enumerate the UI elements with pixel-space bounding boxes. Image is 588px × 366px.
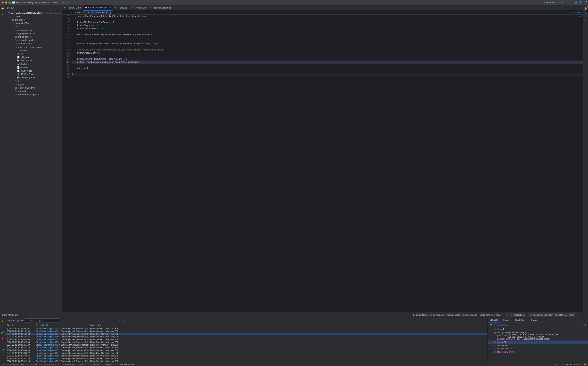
tree-item[interactable]: ⌄🗀frontendreverseproxy (5, 93, 62, 96)
table-row[interactable]: 2024-12-11 14:41:46.427OrderController.j… (5, 336, 487, 338)
tree-item[interactable]: ›🗀frontend (5, 89, 62, 93)
tab-process[interactable]: Process (501, 318, 513, 322)
tree-item[interactable]: ›🗀integrationTests (5, 21, 62, 25)
search-icon[interactable]: 🔍 (580, 1, 582, 4)
table-row[interactable]: 2024-12-11 14:43:25.129OrderController.j… (5, 343, 487, 346)
tree-item[interactable]: 🐘settings.gradle (5, 76, 62, 79)
code-with-me-icon[interactable]: 👤 (575, 1, 577, 4)
dynatrace-icon[interactable]: ◆ (1, 319, 4, 323)
environment-select[interactable]: qcx76851: Live Debugger - Official Inter… (528, 313, 578, 317)
tree-item[interactable]: ›🗀calculationservice (5, 38, 62, 42)
tree-item[interactable]: 📄.gitignore (5, 55, 62, 59)
table-row[interactable]: 2024-12-11 14:36:59.301OrderController.j… (5, 327, 487, 330)
tab-variables[interactable]: Variables (488, 318, 501, 322)
tree-item[interactable]: 🐘build.gradle (5, 59, 62, 62)
tree-item[interactable]: ›🗀.idea (5, 15, 62, 18)
tree-item[interactable]: ›🗀feature-flag-service (5, 86, 62, 89)
variable-row[interactable]: ›▦dbHelper = {INSERT_ORDER_QUERY,UPDATE_… (488, 334, 588, 337)
table-row[interactable]: 2024-12-11 14:42:42.549OrderController.j… (5, 341, 487, 343)
table-row[interactable]: 2024-12-11 14:47:36.927OrderController.j… (5, 352, 487, 354)
table-row[interactable]: 2024-12-11 14:40:10.608OrderController.j… (5, 333, 487, 336)
table-row[interactable]: 2024-12-11 14:39:13.796OrderController.j… (5, 330, 487, 333)
settings-icon[interactable]: ⚙ (584, 1, 586, 4)
table-row[interactable]: 2024-12-11 14:42:02.803OrderController.j… (5, 338, 487, 341)
target-icon[interactable]: ◎ (1, 325, 4, 328)
minimize-window-button[interactable] (5, 1, 7, 4)
tree-item[interactable]: ›🗀gradle (5, 49, 62, 52)
tree-item[interactable]: 📄gradlew.bat (5, 69, 62, 72)
file-encoding[interactable]: UTF-8 (566, 363, 572, 365)
variable-row[interactable]: ⇵lastElement = 116 (488, 344, 588, 347)
bookmark-icon[interactable]: 🔖 (1, 336, 4, 340)
vcs-icon[interactable]: ⎇ (1, 348, 4, 352)
tree-item[interactable]: ⌄🗀src (5, 25, 62, 28)
sticky-code-line[interactable]: public class OrderController { (74, 11, 111, 14)
close-icon[interactable]: × (110, 7, 111, 9)
editor-tab[interactable]: M↓README.md (62, 5, 83, 11)
vcs-dropdown[interactable]: Version control▾ (52, 1, 68, 4)
column-header-breakpoint[interactable]: Breakpoint ⇅ (34, 324, 88, 326)
notifications-icon[interactable]: 🔔 (584, 7, 588, 10)
table-row[interactable]: 2024-12-11 14:53:02.913OrderController.j… (5, 360, 487, 362)
database-icon[interactable]: 🗄 (584, 18, 588, 22)
tree-item[interactable]: ›🗀src (5, 52, 62, 55)
snapshots-filter-input[interactable] (25, 318, 60, 322)
tree-item[interactable]: 🐳Dockerfile (5, 62, 62, 66)
more-tool-icon[interactable]: ⋯ (1, 18, 4, 22)
run-icon[interactable]: ▷ (557, 1, 559, 4)
editor-tab[interactable]: ≡rabbit.go (113, 5, 130, 11)
tree-item[interactable]: ›🗀accountservice (5, 28, 62, 32)
table-row[interactable]: 2024-12-11 14:49:55.625OrderController.j… (5, 354, 487, 357)
tabs-more-icon[interactable]: ⋮ (579, 7, 581, 9)
variable-row[interactable]: ⇵firstElement = 12 (488, 347, 588, 350)
tree-item[interactable]: ⌄🗀credit-card-order-service (5, 45, 62, 49)
line-separator[interactable]: LF (562, 363, 564, 365)
project-tool-icon[interactable]: 📁 (1, 7, 4, 10)
lab-icon[interactable]: 🧪 (1, 331, 4, 334)
close-window-button[interactable] (2, 1, 4, 4)
tree-item[interactable]: ›🗀dynatrace (5, 18, 62, 21)
setup-sdk-link[interactable]: Setup SDK (570, 11, 581, 14)
column-header-date[interactable]: Date ⇅ (5, 324, 34, 326)
project-tree[interactable]: ⌄ ▢ easytrade-main@039c6d59541 ~/Downloa… (5, 11, 62, 312)
project-name-dropdown[interactable]: easytrade-main@039c6d59541▾ (16, 1, 49, 4)
structure-tool-icon[interactable]: ⊞ (1, 12, 4, 16)
table-row[interactable]: 2024-12-11 14:46:44.430OrderController.j… (5, 349, 487, 352)
snapshots-table[interactable]: Date ⇅ Breakpoint ⇅ Snapshot ⇅ 2024-12-1… (5, 323, 487, 362)
more-icon[interactable]: ⋮ (565, 1, 567, 4)
inspections-off-badge[interactable]: OFF (577, 15, 581, 17)
share-icon[interactable]: ⇪ (585, 324, 587, 326)
table-row[interactable]: 2024-12-11 14:44:36.725OrderController.j… (5, 346, 487, 349)
editor-tab[interactable]: ☕OrderController.java× (83, 5, 113, 11)
cursor-position[interactable]: 310:2 (555, 363, 559, 365)
filter-applications-button[interactable]: ✎ Filter applications (505, 313, 526, 317)
project-panel-header[interactable]: Project▾ (5, 5, 62, 11)
variables-filter-input[interactable] (489, 323, 523, 327)
variable-row[interactable]: ⇵theGreatDivider = 0 (488, 350, 588, 353)
tab-stack-trace[interactable]: Stack Trace (513, 318, 528, 322)
tree-item[interactable]: 📄gradlew (5, 66, 62, 69)
code-editor[interactable]: 2912922932942952962972982993003013023033… (62, 15, 583, 312)
column-header-snapshot[interactable]: Snapshot ⇅ (88, 324, 487, 326)
tree-item[interactable]: ›🗀broker-service (5, 35, 62, 38)
debug-icon[interactable]: ⚙ (561, 1, 563, 4)
variable-row[interactable]: ⇵step = 4 (488, 328, 588, 331)
problems-icon[interactable]: ⊘ (1, 342, 4, 346)
indent-settings[interactable]: 4 spaces (574, 363, 581, 365)
editor-tab[interactable]: ⚛Version.tsx (129, 5, 148, 11)
readonly-icon[interactable]: 🔒 (584, 363, 586, 365)
table-row[interactable]: 2024-12-11 14:50:51.725OrderController.j… (5, 357, 487, 360)
breadcrumb[interactable]: easytrade-main@039c6d59541 › src › credi… (3, 363, 134, 365)
variable-row[interactable]: ⇵count = 27 (488, 341, 588, 344)
export-icon[interactable]: ⇱ (119, 319, 121, 322)
tree-item[interactable]: ›🗀engine (5, 83, 62, 86)
run-config-dropdown[interactable]: Current File▾ (542, 1, 555, 4)
delete-icon[interactable]: 🗑 (122, 319, 125, 322)
editor-tab[interactable]: ⚛Basenavigation.tsx (148, 5, 174, 11)
ai-assistant-icon[interactable]: ◎ (584, 12, 588, 16)
maximize-window-button[interactable] (8, 1, 11, 4)
tab-tracing[interactable]: Tracing (528, 318, 540, 322)
tree-item[interactable]: M↓README.md (5, 72, 62, 76)
panel-minimize-icon[interactable]: — (584, 314, 586, 316)
tree-root[interactable]: ⌄ ▢ easytrade-main@039c6d59541 ~/Downloa… (5, 11, 62, 15)
